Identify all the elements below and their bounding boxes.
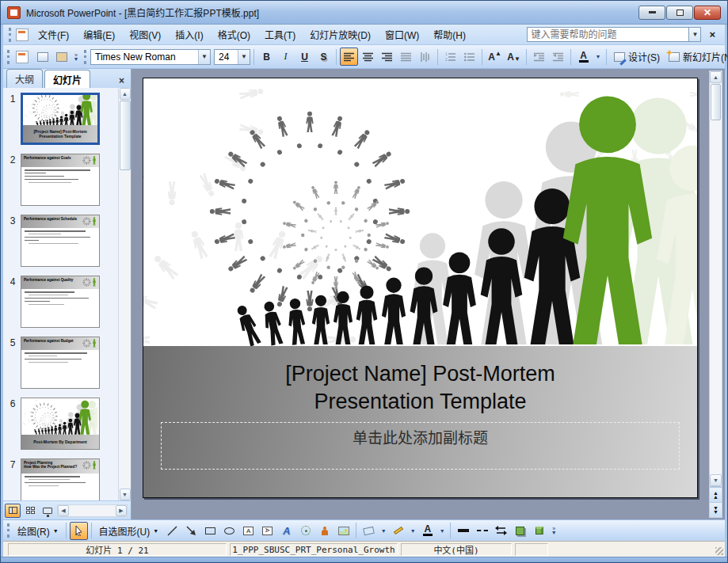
font-name-combo[interactable]: Times New Roman ▼ xyxy=(90,49,211,65)
slide-scroll-down-icon[interactable]: ▼ xyxy=(710,474,722,486)
minimize-button[interactable] xyxy=(638,6,665,20)
slide-thumbnail-4[interactable]: 4 Performance against Quality xyxy=(5,276,118,328)
underline-button[interactable]: U xyxy=(295,48,314,66)
menu-format[interactable]: 格式(O) xyxy=(212,25,257,44)
scroll-left-icon[interactable]: ◀ xyxy=(58,505,69,516)
diagram-button[interactable] xyxy=(296,522,314,540)
align-left-button[interactable] xyxy=(340,48,358,66)
scroll-right-icon[interactable]: ▶ xyxy=(116,505,127,516)
new-document-button[interactable] xyxy=(13,48,32,66)
slide-thumbnail-3[interactable]: 3 Performance against Schedule xyxy=(5,215,118,267)
scroll-down-icon[interactable]: ▼ xyxy=(120,489,131,500)
font-size-combo[interactable]: 24 ▼ xyxy=(214,49,250,65)
fill-color-button[interactable] xyxy=(360,522,378,540)
panel-scrollbar[interactable]: ▲ ▼ xyxy=(118,88,131,500)
autoshapes-button[interactable]: 自选图形(U)▼ xyxy=(95,522,163,540)
menu-slideshow[interactable]: 幻灯片放映(D) xyxy=(303,25,377,44)
menu-window[interactable]: 窗口(W) xyxy=(379,25,425,44)
thumb-canvas[interactable]: Project PlanningHow Was the Project Plan… xyxy=(21,458,100,500)
close-button[interactable]: ✕ xyxy=(694,6,721,20)
slide-thumbnail-5[interactable]: 5 Performance against Budget xyxy=(5,337,118,389)
menu-insert[interactable]: 插入(I) xyxy=(169,25,209,44)
resize-grip[interactable] xyxy=(715,547,723,555)
font-color-dropdown-icon[interactable]: ▼ xyxy=(593,48,603,66)
select-objects-button[interactable] xyxy=(70,522,88,540)
normal-view-button[interactable] xyxy=(5,504,21,518)
next-slide-button[interactable]: ▼▼ xyxy=(710,502,722,517)
justify-button[interactable] xyxy=(397,48,415,66)
help-search-input[interactable] xyxy=(527,27,689,42)
menubar-close-icon[interactable]: × xyxy=(703,29,722,40)
align-center-button[interactable] xyxy=(359,48,377,66)
slide-title[interactable]: [Project Name] Post-Mortem Presentation … xyxy=(143,360,697,416)
drawbar-drag-handle[interactable] xyxy=(7,523,10,538)
slide-thumbnail-6[interactable]: 6 Post-Mortem By Department xyxy=(5,398,118,450)
vertical-textbox-button[interactable]: A xyxy=(258,522,276,540)
bold-button[interactable]: B xyxy=(257,48,276,66)
wordart-button[interactable]: A xyxy=(277,522,295,540)
thumb-canvas[interactable]: [Project Name] Post-Mortem Presentation … xyxy=(21,93,100,145)
text-shadow-button[interactable]: S xyxy=(314,48,333,66)
threed-style-button[interactable] xyxy=(530,522,548,540)
paste-button[interactable] xyxy=(52,48,71,66)
draw-font-color-button[interactable]: A xyxy=(418,522,436,540)
font-color-button[interactable]: A xyxy=(574,48,593,66)
thumb-canvas[interactable]: Performance against Schedule xyxy=(21,215,100,267)
font-name-dropdown-icon[interactable]: ▼ xyxy=(198,50,210,64)
menu-edit[interactable]: 编辑(E) xyxy=(77,25,121,44)
decrease-font-button[interactable]: A▼ xyxy=(505,48,523,66)
panel-scroll-thumb[interactable] xyxy=(120,101,131,170)
menu-tools[interactable]: 工具(T) xyxy=(258,25,302,44)
slide-scroll-up-icon[interactable]: ▲ xyxy=(710,71,722,83)
status-language[interactable]: 中文(中国) xyxy=(401,543,512,556)
help-dropdown-icon[interactable]: ▼ xyxy=(689,27,701,42)
insert-picture-button[interactable] xyxy=(334,522,353,540)
line-style-button[interactable] xyxy=(454,522,472,540)
toolbar-options-icon[interactable]: »▼ xyxy=(71,48,81,66)
panel-close-icon[interactable]: × xyxy=(114,74,129,88)
drawbar-options-icon[interactable]: »▼ xyxy=(549,522,558,540)
slide-thumbnail-7[interactable]: 7 Project PlanningHow Was the Project Pl… xyxy=(5,458,118,500)
menu-file[interactable]: 文件(F) xyxy=(32,25,75,44)
text-direction-button[interactable] xyxy=(416,48,434,66)
dash-style-button[interactable] xyxy=(473,522,491,540)
restore-button[interactable] xyxy=(666,6,693,20)
thumb-canvas[interactable]: Performance against Goals xyxy=(21,154,100,206)
oval-button[interactable] xyxy=(220,522,238,540)
toolbar-drag-handle[interactable] xyxy=(7,50,10,64)
arrow-button[interactable] xyxy=(182,522,200,540)
slide-vertical-scrollbar[interactable]: ▲ ▼ ▲▲ ▼▼ xyxy=(709,70,722,518)
scroll-up-icon[interactable]: ▲ xyxy=(120,88,131,100)
thumb-canvas[interactable]: Performance against Quality xyxy=(21,276,100,328)
slide-thumbnail-1[interactable]: 1 [Project Name] Post-Mortem Presentatio… xyxy=(5,93,118,145)
subtitle-placeholder[interactable]: 单击此处添加副标题 xyxy=(161,422,680,470)
decrease-indent-button[interactable] xyxy=(530,48,548,66)
tab-slides[interactable]: 幻灯片 xyxy=(44,70,90,89)
fill-color-dropdown-icon[interactable]: ▼ xyxy=(379,522,388,540)
menu-view[interactable]: 视图(V) xyxy=(123,25,167,44)
draw-font-color-dropdown-icon[interactable]: ▼ xyxy=(437,522,447,540)
thumb-canvas[interactable]: Post-Mortem By Department xyxy=(21,398,100,450)
slide-sorter-button[interactable] xyxy=(22,504,38,518)
menu-help[interactable]: 帮助(H) xyxy=(427,25,472,44)
shadow-style-button[interactable] xyxy=(511,522,529,540)
line-color-dropdown-icon[interactable]: ▼ xyxy=(408,522,417,540)
new-slide-button[interactable]: 新幻灯片(N) xyxy=(665,48,728,66)
slide-thumbnail-2[interactable]: 2 Performance against Goals xyxy=(5,154,118,206)
tab-outline[interactable]: 大纲 xyxy=(6,69,43,88)
draw-menu-button[interactable]: 绘图(R)▼ xyxy=(13,522,63,540)
textbox-button[interactable]: A xyxy=(239,522,257,540)
increase-font-button[interactable]: A▲ xyxy=(486,48,504,66)
increase-indent-button[interactable] xyxy=(549,48,567,66)
rectangle-button[interactable] xyxy=(201,522,219,540)
bullet-list-button[interactable] xyxy=(460,48,478,66)
panel-horizontal-scrollbar[interactable]: ◀ ▶ xyxy=(57,504,128,517)
menubar-drag-handle[interactable] xyxy=(9,28,12,42)
copy-button[interactable] xyxy=(33,48,51,66)
numbered-list-button[interactable]: 12 xyxy=(441,48,459,66)
italic-button[interactable]: I xyxy=(276,48,295,66)
line-color-button[interactable] xyxy=(389,522,407,540)
slideshow-button[interactable] xyxy=(40,504,55,518)
design-button[interactable]: 设计(S) xyxy=(610,48,664,66)
previous-slide-button[interactable]: ▲▲ xyxy=(710,487,722,502)
